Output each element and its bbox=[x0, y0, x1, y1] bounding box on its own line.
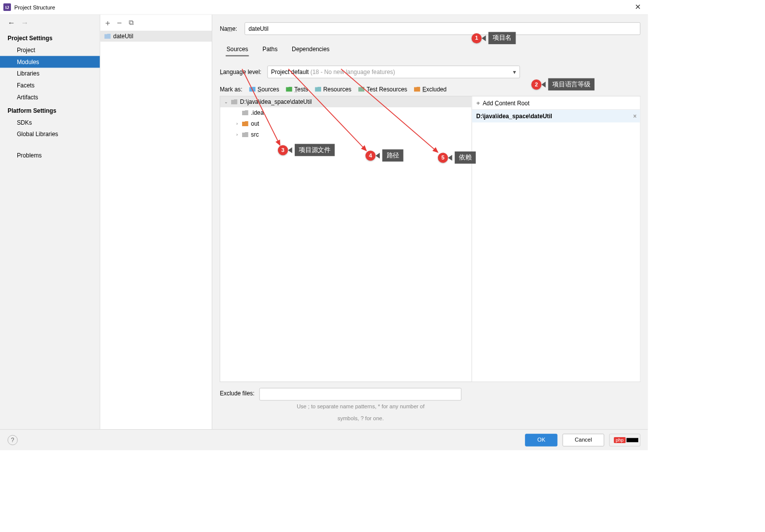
tree-item-src[interactable]: › src bbox=[220, 129, 472, 140]
title-bar: IJ Project Structure ✕ bbox=[0, 0, 648, 15]
content-root-item[interactable]: D:\java\idea_space\dateUtil × bbox=[472, 110, 640, 122]
ok-button[interactable]: OK bbox=[525, 434, 558, 446]
forward-icon[interactable]: → bbox=[21, 18, 28, 27]
plus-icon: + bbox=[476, 99, 480, 106]
source-tree[interactable]: ⌄ D:\java\idea_space\dateUtil .idea › ou… bbox=[220, 96, 472, 381]
exclude-files-label: Exclude files: bbox=[220, 388, 255, 397]
module-tabs: Sources Paths Dependencies bbox=[220, 43, 640, 56]
mark-resources[interactable]: Resources bbox=[315, 86, 351, 93]
tree-root[interactable]: ⌄ D:\java\idea_space\dateUtil bbox=[220, 96, 472, 107]
watermark-icon bbox=[626, 438, 638, 442]
add-icon[interactable]: + bbox=[105, 18, 110, 27]
chevron-down-icon[interactable]: ⌄ bbox=[224, 99, 229, 104]
sidebar-item-artifacts[interactable]: Artifacts bbox=[0, 91, 100, 103]
php-badge: php bbox=[614, 437, 626, 443]
back-icon[interactable]: ← bbox=[7, 18, 15, 27]
remove-icon[interactable]: − bbox=[117, 18, 122, 27]
section-head-platform: Platform Settings bbox=[0, 103, 100, 117]
language-level-hint: (18 - No new language features) bbox=[311, 69, 395, 76]
sidebar-item-modules[interactable]: Modules bbox=[0, 56, 100, 68]
folder-blue-icon bbox=[249, 86, 255, 91]
sidebar-item-facets[interactable]: Facets bbox=[0, 79, 100, 91]
mark-sources[interactable]: Sources bbox=[249, 86, 279, 93]
exclude-files-input[interactable] bbox=[259, 388, 462, 400]
tab-sources[interactable]: Sources bbox=[226, 43, 249, 56]
language-level-value: Project default bbox=[271, 69, 309, 76]
language-level-label: Language level: bbox=[220, 69, 261, 76]
folder-icon bbox=[242, 110, 249, 115]
exclude-hint2: symbols, ? for one. bbox=[259, 415, 462, 428]
sidebar-item-sdks[interactable]: SDKs bbox=[0, 117, 100, 129]
mark-tests[interactable]: Tests bbox=[286, 86, 308, 93]
tree-root-label: D:\java\idea_space\dateUtil bbox=[240, 98, 312, 105]
tree-item-idea[interactable]: .idea bbox=[220, 107, 472, 118]
app-icon: IJ bbox=[3, 3, 11, 11]
name-label: Name: bbox=[220, 25, 237, 32]
folder-icon bbox=[242, 132, 249, 137]
chevron-right-icon[interactable]: › bbox=[235, 132, 240, 137]
tab-paths[interactable]: Paths bbox=[261, 43, 278, 56]
module-item[interactable]: dateUtil bbox=[100, 31, 212, 42]
sidebar-item-problems[interactable]: Problems bbox=[0, 150, 100, 161]
tab-dependencies[interactable]: Dependencies bbox=[291, 43, 330, 56]
exclude-hint1: Use ; to separate name patterns, * for a… bbox=[259, 400, 462, 415]
modules-list: + − ⧉ dateUtil bbox=[100, 15, 212, 429]
add-content-root[interactable]: + Add Content Root bbox=[472, 96, 640, 110]
remove-content-root-icon[interactable]: × bbox=[633, 113, 637, 120]
folder-teal-icon bbox=[315, 86, 321, 91]
mark-excluded[interactable]: Excluded bbox=[414, 86, 447, 93]
settings-sidebar: ← → Project Settings Project Modules Lib… bbox=[0, 15, 100, 429]
close-icon[interactable]: ✕ bbox=[632, 1, 644, 13]
help-icon[interactable]: ? bbox=[7, 435, 17, 445]
module-name: dateUtil bbox=[113, 33, 133, 40]
folder-orange-icon bbox=[414, 86, 421, 91]
chevron-right-icon[interactable]: › bbox=[235, 121, 240, 126]
window-title: Project Structure bbox=[14, 4, 55, 10]
content-root-pane: + Add Content Root D:\java\idea_space\da… bbox=[472, 96, 640, 381]
folder-tealr-icon bbox=[358, 86, 365, 91]
module-detail: Name: Sources Paths Dependencies Languag… bbox=[212, 15, 648, 429]
language-level-select[interactable]: Project default (18 - No new language fe… bbox=[267, 66, 520, 78]
mark-test-resources[interactable]: Test Resources bbox=[358, 86, 408, 93]
folder-excluded-icon bbox=[242, 121, 249, 126]
cancel-button[interactable]: Cancel bbox=[563, 434, 604, 446]
mark-as-row: Mark as: Sources Tests Resources Test Re… bbox=[220, 86, 640, 93]
module-folder-icon bbox=[104, 34, 111, 39]
mark-as-label: Mark as: bbox=[220, 86, 242, 93]
folder-green-icon bbox=[286, 86, 292, 91]
folder-icon bbox=[231, 99, 238, 104]
dialog-footer: ? OK Cancel php bbox=[0, 429, 648, 450]
tree-item-out[interactable]: › out bbox=[220, 118, 472, 129]
section-head-project: Project Settings bbox=[0, 31, 100, 44]
module-name-input[interactable] bbox=[245, 22, 640, 35]
copy-icon[interactable]: ⧉ bbox=[129, 19, 133, 26]
sidebar-item-global-libraries[interactable]: Global Libraries bbox=[0, 128, 100, 140]
sidebar-item-project[interactable]: Project bbox=[0, 44, 100, 56]
sidebar-item-libraries[interactable]: Libraries bbox=[0, 68, 100, 79]
